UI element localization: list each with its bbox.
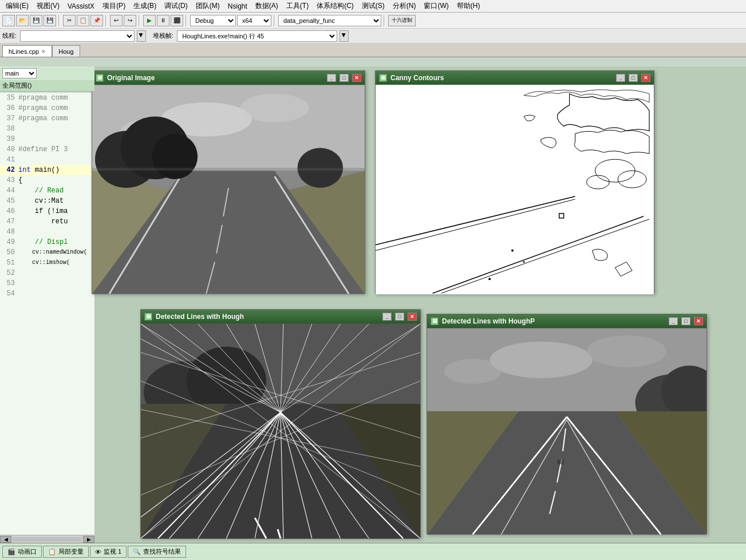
svg-point-26 (523, 261, 524, 263)
menu-test[interactable]: 测试(S) (358, 0, 388, 12)
menu-bar: 编辑(E) 视图(V) VAssistX 项目(P) 生成(B) 调试(D) 团… (0, 0, 746, 13)
editor-hscrollbar[interactable]: ◀ ▶ (0, 535, 94, 543)
undo-btn[interactable]: ↩ (110, 15, 123, 26)
hough-title: Detected Lines with Hough (156, 313, 379, 321)
play-btn[interactable]: ▶ (143, 15, 156, 26)
bottom-tab-find[interactable]: 🔍 查找符号结果 (128, 546, 186, 558)
function-dropdown[interactable]: data_penalty_func (278, 15, 381, 26)
original-image-close[interactable]: ✕ (352, 74, 361, 82)
redo-btn[interactable]: ↪ (124, 15, 136, 26)
menu-build[interactable]: 生成(B) (130, 0, 160, 12)
code-line-40: 40 #define PI 3 (0, 144, 94, 155)
tab-hlines-close[interactable]: ✕ (41, 49, 46, 54)
stack-filter-btn[interactable]: ▼ (340, 30, 349, 42)
houghp-icon: 🖼 (431, 317, 439, 325)
houghp-titlebar: 🖼 Detected Lines with HoughP _ □ ✕ (427, 314, 706, 328)
editor-sidebar-top: main 全局范围() (0, 66, 94, 92)
menu-analyze[interactable]: 分析(N) (389, 0, 420, 12)
menu-tools[interactable]: 工具(T) (283, 0, 312, 12)
canny-content (376, 85, 654, 294)
svg-point-74 (444, 359, 502, 384)
hscroll-track[interactable] (13, 537, 82, 542)
cut-btn[interactable]: ✂ (63, 15, 76, 26)
houghp-content (427, 328, 706, 535)
canny-title: Canny Contours (390, 74, 613, 82)
svg-point-73 (587, 336, 666, 368)
code-line-48: 48 (0, 227, 94, 237)
menu-help[interactable]: 帮助(H) (453, 0, 484, 12)
scope-main-dropdown[interactable]: main (2, 68, 37, 78)
menu-team[interactable]: 团队(M) (192, 0, 223, 12)
tab-houg[interactable]: Houg (52, 45, 80, 57)
menu-project[interactable]: 项目(P) (99, 0, 129, 12)
canny-close[interactable]: ✕ (641, 74, 650, 82)
stack-label: 堆栈帧: (153, 31, 173, 40)
hough-content (141, 324, 420, 539)
code-line-42: 42 int main() (0, 165, 94, 175)
bottom-tab-locals[interactable]: 📋 局部变量 (43, 546, 89, 558)
code-line-50: 50 cv::namedWindow( (0, 247, 94, 258)
menu-debug[interactable]: 调试(D) (161, 0, 191, 12)
houghp-maximize[interactable]: □ (681, 317, 690, 325)
hough-titlebar: 🖼 Detected Lines with Hough _ □ ✕ (141, 310, 420, 324)
menu-nsight[interactable]: Nsight (224, 1, 251, 11)
bottom-tabs: 🎬 动画口 📋 局部变量 👁 监视 1 🔍 查找符号结果 (2, 546, 186, 558)
houghp-minimize[interactable]: _ (669, 317, 678, 325)
menu-data[interactable]: 数据(A) (252, 0, 282, 12)
menu-view[interactable]: 视图(V) (33, 0, 63, 12)
code-line-38: 38 (0, 124, 94, 134)
hough-svg (141, 324, 420, 539)
code-line-46: 46 if (!ima (0, 206, 94, 216)
original-image-minimize[interactable]: _ (327, 74, 336, 82)
code-line-36: 36 #pragma comm (0, 103, 94, 113)
debug-config-dropdown[interactable]: Debug (190, 15, 236, 26)
original-image-maximize[interactable]: □ (340, 74, 349, 82)
code-line-52: 52 (0, 268, 94, 278)
svg-point-14 (152, 133, 198, 179)
code-line-49: 49 // Displ (0, 237, 94, 247)
code-line-51: 51 cv::imshow( (0, 258, 94, 268)
menu-arch[interactable]: 体系结构(C) (313, 0, 357, 12)
menu-window[interactable]: 窗口(W) (420, 0, 452, 12)
new-file-btn[interactable]: 📄 (2, 15, 15, 26)
code-editor[interactable]: 35 #pragma comm 36 #pragma comm 37 #prag… (0, 93, 94, 543)
menu-vassistx[interactable]: VAssistX (64, 1, 98, 11)
scroll-right-btn[interactable]: ▶ (83, 536, 94, 543)
code-line-41: 41 (0, 155, 94, 165)
tab-hlines-label: hLines.cpp (9, 48, 39, 55)
code-line-39: 39 (0, 134, 94, 144)
pause-btn[interactable]: ⏸ (157, 15, 169, 26)
canny-maximize[interactable]: □ (629, 74, 638, 82)
hough-close[interactable]: ✕ (408, 313, 417, 321)
save-btn[interactable]: 💾 (30, 15, 42, 26)
hough-maximize[interactable]: □ (395, 313, 404, 321)
bottom-tab-watch[interactable]: 👁 监视 1 (90, 546, 127, 558)
houghp-close[interactable]: ✕ (694, 317, 703, 325)
toolbar-row-1: 📄 📂 💾 💾 ✂ 📋 📌 ↩ ↪ ▶ ⏸ ⬛ Debug x64 data_p… (0, 13, 746, 29)
stack-dropdown[interactable]: HoughLines.exe!main() 行 45 (177, 30, 337, 42)
code-line-53: 53 (0, 278, 94, 289)
code-line-43: 43 { (0, 175, 94, 186)
original-image-window: 🖼 Original Image _ □ ✕ (92, 70, 365, 294)
save-all-btn[interactable]: 💾 (44, 15, 56, 26)
tab-hlines-cpp[interactable]: hLines.cpp ✕ (2, 45, 52, 57)
canny-contours-titlebar: 🖼 Canny Contours _ □ ✕ (376, 71, 654, 85)
canny-icon: 🖼 (379, 74, 387, 82)
scroll-left-btn[interactable]: ◀ (0, 536, 11, 543)
copy-btn[interactable]: 📋 (77, 15, 89, 26)
code-line-47: 47 retu (0, 216, 94, 227)
thread-dropdown[interactable] (20, 30, 135, 42)
houghp-title: Detected Lines with HoughP (442, 317, 665, 325)
paste-btn[interactable]: 📌 (90, 15, 103, 26)
platform-dropdown[interactable]: x64 (237, 15, 271, 26)
hex-btn[interactable]: 十六进制 (388, 15, 416, 26)
hough-minimize[interactable]: _ (382, 313, 392, 321)
stop-btn[interactable]: ⬛ (171, 15, 183, 26)
menu-edit[interactable]: 编辑(E) (2, 0, 32, 12)
bottom-tab-anim[interactable]: 🎬 动画口 (2, 546, 42, 558)
svg-rect-89 (557, 460, 564, 464)
open-btn[interactable]: 📂 (16, 15, 29, 26)
scope-bar: main (0, 66, 94, 80)
canny-minimize[interactable]: _ (616, 74, 625, 82)
thread-filter-btn[interactable]: ▼ (137, 30, 146, 42)
